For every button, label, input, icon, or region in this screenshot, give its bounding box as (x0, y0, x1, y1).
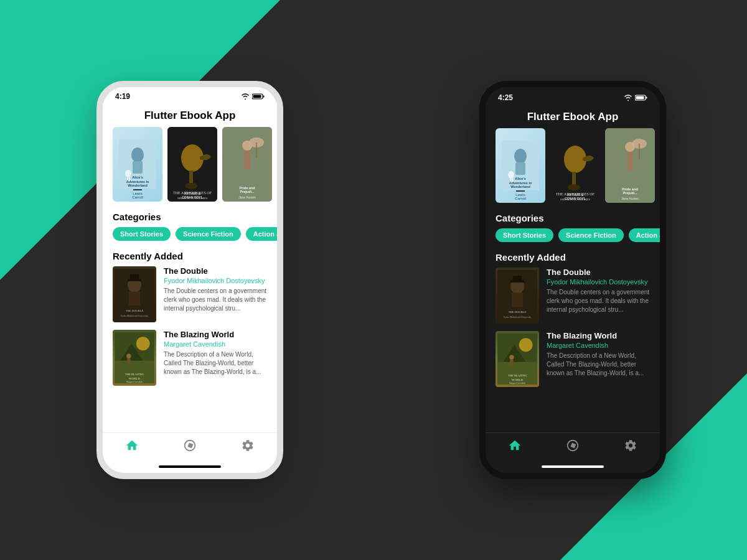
svg-point-67 (509, 355, 514, 360)
book-list-item-double-dark[interactable]: THE DOUBLE Fyodor Mikhailovich Dostoyevs… (496, 268, 650, 324)
categories-row-dark: Short Stories Science Fiction Action & A… (486, 228, 660, 250)
svg-rect-2 (253, 95, 261, 98)
book-pride-white[interactable]: Pride andPrejudi... Jane Austen (222, 127, 272, 202)
phone-white: 4:19 Flutter Ebook App (96, 81, 283, 479)
books-carousel-dark[interactable]: Alice'sAdventures inWonderland LewisCarr… (486, 128, 660, 210)
svg-rect-53 (627, 152, 633, 170)
home-bar-white (159, 465, 221, 468)
svg-text:WORLD: WORLD (512, 378, 524, 381)
book-title-blazing-dark: The Blazing World (547, 331, 650, 340)
double-cover-art: THE DOUBLE Fyodor Mikhailovich Dostoyevs… (113, 269, 156, 320)
book-alice-dark[interactable]: Alice'sAdventures inWonderland LewisCarr… (496, 128, 545, 203)
home-bar-dark (542, 465, 604, 468)
book-thumb-double-dark: THE DOUBLE Fyodor Mikhailovich Dostoyevs… (496, 268, 539, 324)
svg-text:THE BLAZING: THE BLAZING (125, 373, 144, 376)
svg-rect-58 (512, 292, 523, 307)
app-title-dark: Flutter Ebook App (486, 105, 660, 128)
category-action-dark[interactable]: Action & Adventure (629, 228, 660, 242)
svg-point-12 (185, 183, 197, 189)
book-thumb-double-white: THE DOUBLE Fyodor Mikhailovich Dostoyevs… (113, 266, 156, 322)
book-holmes-dark[interactable]: THE ADVENTURES OF SHERLOCK HOLMES ARTHUR… (550, 128, 600, 203)
svg-text:THE BLAZING: THE BLAZING (508, 374, 527, 377)
status-icons (241, 93, 265, 100)
nav-explore-dark[interactable] (565, 438, 580, 453)
wifi-icon (241, 93, 250, 100)
category-action-white[interactable]: Action & Adventure (246, 227, 277, 241)
status-icons-dark (624, 95, 647, 101)
holmes-cover-svg: THE ADVENTURES OF SHERLOCK HOLMES (167, 127, 217, 202)
svg-rect-68 (510, 360, 513, 365)
holmes-cover-dark: THE ADVENTURES OF SHERLOCK HOLMES (550, 128, 600, 203)
bottom-nav-white (103, 432, 277, 460)
svg-text:Margaret Cavendish: Margaret Cavendish (126, 381, 143, 383)
bottom-nav-dark (486, 432, 660, 460)
book-list-item-blazing-white[interactable]: THE BLAZING WORLD Margaret Cavendish The… (113, 330, 267, 386)
svg-rect-32 (127, 358, 130, 364)
phone-dark: 4:25 Flutter Ebook App (479, 81, 666, 479)
svg-point-40 (514, 149, 527, 164)
svg-text:Fyodor Mikhailovich Dostoyevsk: Fyodor Mikhailovich Dostoyevsky (504, 316, 532, 319)
book-list-item-blazing-dark[interactable]: THE BLAZING WORLD Margaret Cavendish The… (496, 331, 650, 387)
phone-dark-frame: 4:25 Flutter Ebook App (479, 81, 666, 479)
svg-point-29 (136, 337, 150, 350)
svg-text:WORLD: WORLD (129, 377, 141, 380)
svg-rect-60 (513, 276, 522, 281)
book-info-double-white: The Double Fyodor Mikhailovich Dostoyevs… (164, 266, 267, 322)
categories-title-dark: Categories (486, 210, 660, 228)
svg-text:THE DOUBLE: THE DOUBLE (126, 309, 144, 312)
book-holmes-white[interactable]: THE ADVENTURES OF SHERLOCK HOLMES ARTHUR… (167, 127, 217, 202)
svg-text:Fyodor Mikhailovich Dostoyevsk: Fyodor Mikhailovich Dostoyevsky (121, 315, 149, 317)
book-desc-double-dark: The Double centers on a government clerk… (547, 288, 650, 314)
screen-white: Flutter Ebook App (103, 103, 277, 432)
book-author-double-dark: Fyodor Mikhailovich Dostoyevsky (547, 278, 650, 286)
home-indicator-white (103, 460, 277, 473)
recently-added-dark: THE DOUBLE Fyodor Mikhailovich Dostoyevs… (486, 268, 660, 432)
status-time-dark: 4:25 (498, 93, 513, 102)
svg-rect-1 (263, 96, 265, 98)
wifi-icon-dark (624, 95, 632, 101)
battery-icon-dark (635, 95, 647, 101)
svg-rect-22 (129, 291, 140, 306)
category-short-stories-white[interactable]: Short Stories (113, 227, 171, 241)
category-sci-fi-white[interactable]: Science Fiction (176, 227, 241, 241)
recently-added-white: THE DOUBLE Fyodor Mikhailovich Dostoyevs… (103, 266, 277, 432)
battery-icon (252, 93, 265, 100)
book-alice-white[interactable]: Alice'sAdventures inWonderland LewisCarr… (113, 127, 162, 202)
nav-explore-white[interactable] (182, 438, 197, 453)
book-title-double-dark: The Double (547, 268, 650, 277)
nav-settings-dark[interactable] (623, 438, 638, 453)
status-time: 4:19 (115, 92, 130, 101)
nav-home-dark[interactable] (507, 438, 522, 453)
book-pride-dark[interactable]: Pride andPrejudi... Jane Austen (605, 128, 655, 203)
book-list-item-double-white[interactable]: THE DOUBLE Fyodor Mikhailovich Dostoyevs… (113, 266, 267, 322)
svg-rect-41 (515, 162, 525, 175)
book-info-blazing-dark: The Blazing World Margaret Cavendish The… (547, 331, 650, 387)
book-author-double-white: Fyodor Mikhailovich Dostoyevsky (164, 277, 267, 284)
book-desc-blazing-dark: The Description of a New World, Called T… (547, 352, 650, 378)
notch-dark (532, 87, 613, 102)
svg-text:Margaret Cavendish: Margaret Cavendish (509, 382, 525, 385)
nav-home-white[interactable] (125, 438, 139, 453)
svg-rect-5 (133, 161, 143, 174)
book-title-blazing-white: The Blazing World (164, 330, 267, 339)
svg-text:THE DOUBLE: THE DOUBLE (509, 310, 527, 314)
book-author-blazing-white: Margaret Cavendish (164, 340, 267, 348)
nav-settings-white[interactable] (240, 438, 255, 453)
categories-title-white: Categories (103, 209, 277, 227)
svg-rect-37 (646, 97, 647, 99)
books-carousel-white[interactable]: Alice'sAdventures inWonderland LewisCarr… (103, 127, 277, 209)
blazing-cover-art: THE BLAZING WORLD Margaret Cavendish (113, 332, 156, 383)
recently-added-title-white: Recently Added (103, 248, 277, 266)
book-info-blazing-white: The Blazing World Margaret Cavendish The… (164, 330, 267, 386)
double-cover-dark-art: THE DOUBLE Fyodor Mikhailovich Dostoyevs… (496, 270, 539, 321)
book-thumb-blazing-white: THE BLAZING WORLD Margaret Cavendish (113, 330, 156, 386)
category-short-stories-dark[interactable]: Short Stories (496, 228, 553, 242)
blazing-cover-dark-art: THE BLAZING WORLD Margaret Cavendish (496, 334, 539, 385)
book-author-blazing-dark: Margaret Cavendish (547, 342, 650, 349)
category-sci-fi-dark[interactable]: Science Fiction (558, 228, 624, 242)
svg-rect-38 (636, 96, 644, 100)
svg-rect-24 (130, 274, 139, 280)
svg-point-65 (519, 338, 533, 352)
home-indicator-dark (486, 460, 660, 473)
recently-added-title-dark: Recently Added (486, 250, 660, 268)
